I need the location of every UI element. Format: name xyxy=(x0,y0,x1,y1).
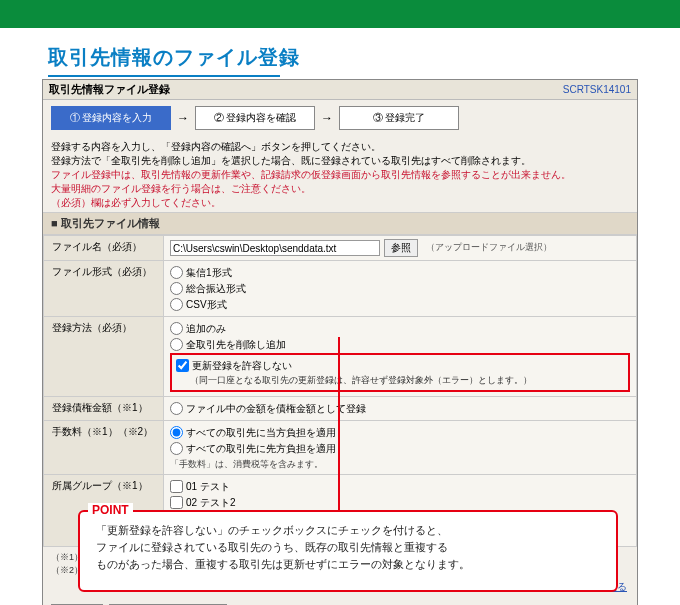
radio-method-1[interactable] xyxy=(170,322,183,335)
row-register-amount: 登録債権金額（※1） ファイル中の金額を債権金額として登録 xyxy=(44,396,637,420)
highlighted-subnote: （同一口座となる取引先の更新登録は、許容せず登録対象外（エラー）とします。） xyxy=(176,374,624,388)
radio-method-2[interactable] xyxy=(170,338,183,351)
fee-tax-note: 「手数料」は、消費税等を含みます。 xyxy=(170,458,630,472)
radio-fee-1[interactable] xyxy=(170,426,183,439)
row-fee: 手数料（※1）（※2） すべての取引先に当方負担を適用 すべての取引先に先方負担… xyxy=(44,420,637,475)
instructions: 登録する内容を入力し、「登録内容の確認へ」ボタンを押してください。 登録方法で「… xyxy=(43,136,637,212)
file-path-input[interactable] xyxy=(170,240,380,256)
screen-id: SCRTSK14101 xyxy=(563,84,631,95)
radio-fee-2[interactable] xyxy=(170,442,183,455)
radio-fmt-1[interactable] xyxy=(170,266,183,279)
form-table: ファイル名（必須） 参照 （アップロードファイル選択） ファイル形式（必須） 集… xyxy=(43,235,637,547)
instr-warning: ファイル登録中は、取引先情報の更新作業や、記録請求の仮登録画面から取引先情報を参… xyxy=(51,168,629,182)
radio-amount-1[interactable] xyxy=(170,402,183,415)
step-2: ② 登録内容を確認 xyxy=(195,106,315,130)
step-1: ① 登録内容を入力 xyxy=(51,106,171,130)
step-3: ③ 登録完了 xyxy=(339,106,459,130)
callout-leader-line xyxy=(338,337,340,515)
checkbox-group-1[interactable] xyxy=(170,480,183,493)
label-fee: 手数料（※1）（※2） xyxy=(44,420,164,475)
label-file-format: ファイル形式（必須） xyxy=(44,261,164,317)
upload-note: （アップロードファイル選択） xyxy=(426,241,552,255)
checkbox-group-2[interactable] xyxy=(170,496,183,509)
point-text: 「更新登録を許容しない」のチェックボックスにチェックを付けると、 ファイルに登録… xyxy=(80,512,616,581)
button-bar: 戻る 登録内容の確認へ xyxy=(43,598,637,605)
point-label: POINT xyxy=(88,503,133,517)
panel-header: 取引先情報ファイル登録 SCRTSK14101 xyxy=(43,80,637,100)
app-top-bar xyxy=(0,0,680,28)
section-underline xyxy=(48,75,280,77)
row-register-method: 登録方法（必須） 追加のみ 全取引先を削除し追加 更新登録を許容しない （同一口… xyxy=(44,317,637,397)
point-callout: 「更新登録を許容しない」のチェックボックスにチェックを付けると、 ファイルに登録… xyxy=(78,510,618,592)
label-register-method: 登録方法（必須） xyxy=(44,317,164,397)
instr-warning: 大量明細のファイル登録を行う場合は、ご注意ください。 xyxy=(51,182,629,196)
arrow-icon: → xyxy=(321,111,333,125)
radio-fmt-3[interactable] xyxy=(170,298,183,311)
instr-line: 登録方法で「全取引先を削除し追加」を選択した場合、既に登録されている取引先はすべ… xyxy=(51,154,629,168)
browse-button[interactable]: 参照 xyxy=(384,239,418,257)
label-register-amount: 登録債権金額（※1） xyxy=(44,396,164,420)
panel-title: 取引先情報ファイル登録 xyxy=(49,82,170,97)
row-file-format: ファイル形式（必須） 集信1形式 総合振込形式 CSV形式 xyxy=(44,261,637,317)
form-section-title: ■ 取引先ファイル情報 xyxy=(43,212,637,235)
instr-line: （必須）欄は必ず入力してください。 xyxy=(51,196,629,210)
highlighted-option: 更新登録を許容しない （同一口座となる取引先の更新登録は、許容せず登録対象外（エ… xyxy=(170,353,630,392)
step-wizard: ① 登録内容を入力 → ② 登録内容を確認 → ③ 登録完了 xyxy=(43,100,637,136)
row-file-name: ファイル名（必須） 参照 （アップロードファイル選択） xyxy=(44,236,637,261)
checkbox-disallow-update[interactable] xyxy=(176,359,189,372)
arrow-icon: → xyxy=(177,111,189,125)
label-file-name: ファイル名（必須） xyxy=(44,236,164,261)
section-title: 取引先情報のファイル登録 xyxy=(0,28,680,75)
instr-line: 登録する内容を入力し、「登録内容の確認へ」ボタンを押してください。 xyxy=(51,140,629,154)
radio-fmt-2[interactable] xyxy=(170,282,183,295)
